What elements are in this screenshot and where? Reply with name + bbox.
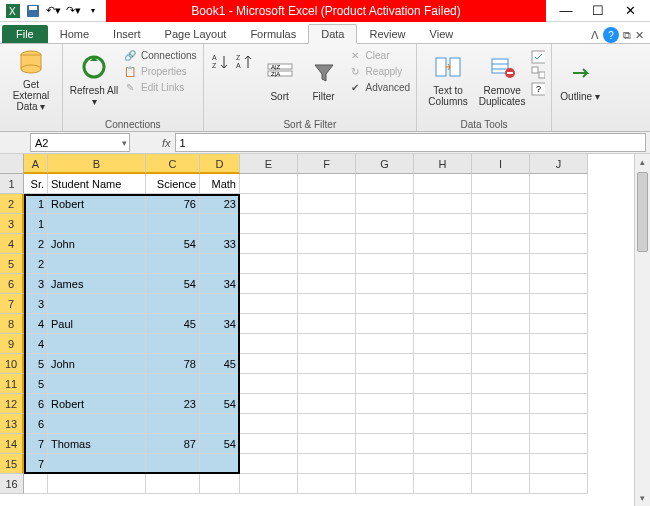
tab-file[interactable]: File [2, 25, 48, 43]
cell[interactable] [530, 254, 588, 274]
cell[interactable] [240, 254, 298, 274]
cell[interactable] [530, 394, 588, 414]
cell[interactable] [240, 414, 298, 434]
cell[interactable] [48, 474, 146, 494]
cell[interactable] [48, 334, 146, 354]
cell[interactable]: Science [146, 174, 200, 194]
cell[interactable] [414, 414, 472, 434]
cell[interactable]: 6 [24, 394, 48, 414]
cell[interactable]: Student Name [48, 174, 146, 194]
cell[interactable] [200, 374, 240, 394]
cell[interactable] [530, 174, 588, 194]
cell[interactable] [48, 254, 146, 274]
column-header-G[interactable]: G [356, 154, 414, 174]
cell[interactable] [356, 394, 414, 414]
close-button[interactable]: ✕ [618, 2, 642, 20]
cell[interactable]: 87 [146, 434, 200, 454]
undo-icon[interactable]: ↶▾ [44, 2, 62, 20]
cell[interactable] [472, 214, 530, 234]
cell[interactable]: 6 [24, 414, 48, 434]
cell[interactable] [472, 414, 530, 434]
tab-home[interactable]: Home [48, 25, 101, 43]
column-header-C[interactable]: C [146, 154, 200, 174]
cell[interactable] [472, 274, 530, 294]
cell[interactable] [472, 254, 530, 274]
tab-data[interactable]: Data [308, 24, 357, 44]
cell[interactable]: 2 [24, 254, 48, 274]
cell[interactable] [530, 374, 588, 394]
qat-dropdown-icon[interactable]: ▾ [84, 2, 102, 20]
cell[interactable]: 7 [24, 454, 48, 474]
cell[interactable] [414, 174, 472, 194]
cell[interactable] [24, 474, 48, 494]
cell[interactable] [356, 454, 414, 474]
save-icon[interactable] [24, 2, 42, 20]
column-header-D[interactable]: D [200, 154, 240, 174]
reapply-button[interactable]: ↻Reapply [348, 64, 410, 78]
cell[interactable]: 34 [200, 314, 240, 334]
window-restore-icon[interactable]: ⧉ [623, 29, 631, 42]
cell[interactable] [414, 274, 472, 294]
cell[interactable] [146, 414, 200, 434]
cell[interactable] [146, 474, 200, 494]
cell[interactable] [530, 274, 588, 294]
get-external-data-button[interactable]: Get External Data ▾ [6, 46, 56, 112]
row-header-12[interactable]: 12 [0, 394, 24, 414]
cell[interactable]: 54 [146, 234, 200, 254]
cell[interactable] [200, 294, 240, 314]
cell[interactable]: 78 [146, 354, 200, 374]
cell[interactable] [356, 354, 414, 374]
cell[interactable]: 45 [200, 354, 240, 374]
cell[interactable]: 54 [146, 274, 200, 294]
cell[interactable] [298, 354, 356, 374]
cell[interactable] [240, 454, 298, 474]
cell[interactable]: 54 [200, 394, 240, 414]
sort-button[interactable]: A|ZZ|A Sort [260, 46, 300, 112]
cell[interactable]: 23 [146, 394, 200, 414]
cell[interactable] [200, 474, 240, 494]
remove-duplicates-button[interactable]: Remove Duplicates [477, 46, 527, 112]
filter-button[interactable]: Filter [304, 46, 344, 112]
cell[interactable] [240, 214, 298, 234]
cell[interactable]: John [48, 354, 146, 374]
cell[interactable] [356, 254, 414, 274]
cell[interactable] [356, 294, 414, 314]
cell[interactable] [200, 214, 240, 234]
cell[interactable] [240, 294, 298, 314]
row-header-4[interactable]: 4 [0, 234, 24, 254]
sort-za-button[interactable]: ZA [234, 52, 256, 74]
cell[interactable] [298, 274, 356, 294]
scroll-thumb[interactable] [637, 172, 648, 252]
cell[interactable] [146, 374, 200, 394]
row-header-7[interactable]: 7 [0, 294, 24, 314]
cell[interactable] [472, 374, 530, 394]
cell[interactable] [200, 254, 240, 274]
cell[interactable] [472, 354, 530, 374]
cell[interactable] [146, 454, 200, 474]
cell[interactable] [356, 174, 414, 194]
cell[interactable] [298, 414, 356, 434]
tab-view[interactable]: View [418, 25, 466, 43]
cell[interactable] [530, 334, 588, 354]
connections-button[interactable]: 🔗Connections [123, 48, 197, 62]
cell[interactable] [356, 414, 414, 434]
cell[interactable]: 1 [24, 214, 48, 234]
tab-insert[interactable]: Insert [101, 25, 153, 43]
cell[interactable]: 2 [24, 234, 48, 254]
redo-icon[interactable]: ↷▾ [64, 2, 82, 20]
cell[interactable] [298, 174, 356, 194]
fx-icon[interactable]: fx [162, 137, 171, 149]
cell[interactable] [414, 474, 472, 494]
cell[interactable]: Paul [48, 314, 146, 334]
row-header-6[interactable]: 6 [0, 274, 24, 294]
cell[interactable] [472, 394, 530, 414]
cell[interactable]: Robert [48, 394, 146, 414]
cell[interactable] [414, 434, 472, 454]
cell[interactable] [298, 314, 356, 334]
cell[interactable]: 34 [200, 274, 240, 294]
cell[interactable] [472, 194, 530, 214]
cell[interactable] [472, 434, 530, 454]
row-header-3[interactable]: 3 [0, 214, 24, 234]
cell[interactable] [48, 454, 146, 474]
column-header-A[interactable]: A [24, 154, 48, 174]
